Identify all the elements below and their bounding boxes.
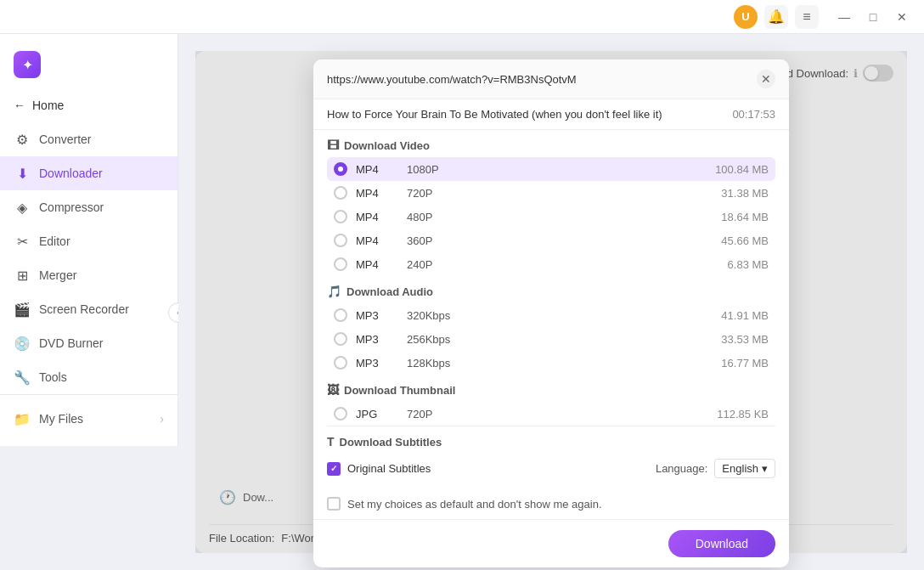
maximize-button[interactable]: □ bbox=[861, 5, 885, 29]
radio-mp4-1080p bbox=[334, 162, 347, 176]
modal-title-row: How to Force Your Brain To Be Motivated … bbox=[313, 99, 789, 130]
modal-overlay: https://www.youtube.com/watch?v=RMB3NsQo… bbox=[195, 51, 907, 553]
checkbox-check-icon: ✓ bbox=[330, 464, 337, 473]
merger-icon: ⊞ bbox=[14, 267, 31, 284]
sidebar-item-label: Screen Recorder bbox=[39, 302, 129, 316]
close-button[interactable]: ✕ bbox=[890, 5, 914, 29]
original-subtitles-checkbox[interactable]: ✓ bbox=[327, 462, 341, 476]
format-quality: 1080P bbox=[407, 163, 692, 176]
radio-mp4-480p bbox=[334, 210, 347, 223]
default-choice-checkbox[interactable] bbox=[327, 497, 341, 511]
language-value: English bbox=[722, 462, 758, 475]
audio-section-icon: 🎵 bbox=[327, 285, 341, 298]
tools-icon: 🔧 bbox=[14, 369, 31, 386]
format-name: MP3 bbox=[356, 357, 407, 370]
dvd-burner-icon: 💿 bbox=[14, 335, 31, 352]
chevron-down-icon: ▾ bbox=[762, 462, 768, 475]
format-row-mp4-480p[interactable]: MP4 480P 18.64 MB bbox=[327, 205, 775, 229]
sidebar: ✦ ← Home ⚙ Converter ⬇ Downloader ◈ Comp… bbox=[0, 34, 178, 446]
compressor-icon: ◈ bbox=[14, 199, 31, 216]
sidebar-bottom: 📁 My Files › bbox=[0, 394, 177, 436]
format-quality: 320Kbps bbox=[407, 309, 692, 322]
format-size: 31.38 MB bbox=[692, 187, 769, 200]
format-name: MP4 bbox=[356, 234, 407, 247]
radio-mp3-128 bbox=[334, 356, 347, 370]
format-name: MP4 bbox=[356, 187, 407, 200]
format-size: 6.83 MB bbox=[692, 258, 769, 271]
download-button[interactable]: Download bbox=[668, 530, 775, 557]
content-area: High Speed Download: ℹ https://www.youtu… bbox=[178, 34, 924, 570]
default-choice-row: Set my choices as default and don't show… bbox=[327, 492, 775, 519]
radio-mp4-360p bbox=[334, 234, 347, 247]
format-size: 45.66 MB bbox=[692, 234, 769, 247]
format-name: MP3 bbox=[356, 309, 407, 322]
radio-mp4-240p bbox=[334, 257, 347, 271]
sidebar-item-screen-recorder[interactable]: 🎬 Screen Recorder bbox=[0, 292, 177, 326]
downloader-icon: ⬇ bbox=[14, 165, 31, 182]
format-name: MP3 bbox=[356, 333, 407, 346]
subtitles-original-row: ✓ Original Subtitles Language: English ▾ bbox=[327, 454, 775, 483]
home-icon: ← bbox=[14, 99, 25, 112]
sidebar-item-my-files[interactable]: 📁 My Files › bbox=[0, 402, 177, 436]
format-row-mp3-128[interactable]: MP3 128Kbps 16.77 MB bbox=[327, 351, 775, 375]
download-audio-label: Download Audio bbox=[346, 285, 433, 298]
download-video-label: Download Video bbox=[344, 139, 430, 152]
sidebar-item-label: Tools bbox=[39, 370, 67, 384]
language-dropdown[interactable]: English ▾ bbox=[714, 459, 775, 478]
sidebar-item-downloader[interactable]: ⬇ Downloader bbox=[0, 156, 177, 190]
format-quality: 720P bbox=[407, 187, 692, 200]
sidebar-item-converter[interactable]: ⚙ Converter bbox=[0, 122, 177, 156]
app-logo: ✦ bbox=[0, 44, 177, 92]
download-thumbnail-label: Download Thumbnail bbox=[344, 384, 455, 397]
format-row-mp3-320[interactable]: MP3 320Kbps 41.91 MB bbox=[327, 303, 775, 327]
format-quality: 480P bbox=[407, 211, 692, 223]
format-size: 112.85 KB bbox=[692, 408, 769, 420]
modal-video-title: How to Force Your Brain To Be Motivated … bbox=[327, 108, 732, 121]
download-thumbnail-section-header: 🖼 Download Thumbnail bbox=[327, 375, 775, 402]
format-quality: 128Kbps bbox=[407, 357, 692, 370]
format-row-mp3-256[interactable]: MP3 256Kbps 33.53 MB bbox=[327, 327, 775, 351]
sidebar-item-dvd-burner[interactable]: 💿 DVD Burner bbox=[0, 326, 177, 360]
default-choice-label: Set my choices as default and don't show… bbox=[347, 498, 602, 511]
home-label: Home bbox=[32, 99, 64, 112]
format-row-jpg-720p[interactable]: JPG 720P 112.85 KB bbox=[327, 402, 775, 426]
thumbnail-section-icon: 🖼 bbox=[327, 383, 339, 397]
format-name: MP4 bbox=[356, 211, 407, 223]
download-audio-section-header: 🎵 Download Audio bbox=[327, 276, 775, 303]
modal-url-text: https://www.youtube.com/watch?v=RMB3NsQo… bbox=[327, 73, 750, 86]
language-label: Language: bbox=[656, 462, 707, 475]
format-size: 33.53 MB bbox=[692, 333, 769, 346]
download-video-section-header: 🎞 Download Video bbox=[327, 130, 775, 157]
sidebar-item-home[interactable]: ← Home bbox=[0, 92, 177, 119]
logo-icon: ✦ bbox=[14, 51, 41, 78]
downloader-area: High Speed Download: ℹ https://www.youtu… bbox=[195, 51, 907, 553]
sidebar-item-editor[interactable]: ✂ Editor bbox=[0, 224, 177, 258]
format-row-mp4-720p[interactable]: MP4 720P 31.38 MB bbox=[327, 181, 775, 205]
format-quality: 256Kbps bbox=[407, 333, 692, 346]
download-subtitles-label: Download Subtitles bbox=[340, 436, 442, 449]
screen-recorder-icon: 🎬 bbox=[14, 301, 31, 318]
modal-duration: 00:17:53 bbox=[732, 108, 775, 121]
format-row-mp4-240p[interactable]: MP4 240P 6.83 MB bbox=[327, 252, 775, 276]
notification-icon[interactable]: 🔔 bbox=[764, 5, 788, 29]
modal-close-button[interactable]: ✕ bbox=[757, 70, 775, 88]
download-modal: https://www.youtube.com/watch?v=RMB3NsQo… bbox=[313, 59, 789, 567]
subtitles-section-icon: T bbox=[327, 435, 335, 449]
format-row-mp4-1080p[interactable]: MP4 1080P 100.84 MB bbox=[327, 157, 775, 181]
modal-url-bar: https://www.youtube.com/watch?v=RMB3NsQo… bbox=[313, 59, 789, 99]
download-subtitles-section: T Download Subtitles ✓ Original Subtitle… bbox=[327, 426, 775, 492]
sidebar-item-compressor[interactable]: ◈ Compressor bbox=[0, 190, 177, 224]
radio-mp3-256 bbox=[334, 332, 347, 346]
format-quality: 240P bbox=[407, 258, 692, 271]
sidebar-item-merger[interactable]: ⊞ Merger bbox=[0, 258, 177, 292]
sidebar-item-label: DVD Burner bbox=[39, 336, 103, 350]
avatar: U bbox=[734, 5, 758, 29]
converter-icon: ⚙ bbox=[14, 131, 31, 148]
video-section-icon: 🎞 bbox=[327, 138, 339, 152]
sidebar-item-tools[interactable]: 🔧 Tools bbox=[0, 360, 177, 394]
format-size: 41.91 MB bbox=[692, 309, 769, 322]
modal-footer: Download bbox=[313, 519, 789, 567]
minimize-button[interactable]: — bbox=[832, 5, 856, 29]
format-row-mp4-360p[interactable]: MP4 360P 45.66 MB bbox=[327, 229, 775, 252]
menu-icon[interactable]: ≡ bbox=[795, 5, 819, 29]
